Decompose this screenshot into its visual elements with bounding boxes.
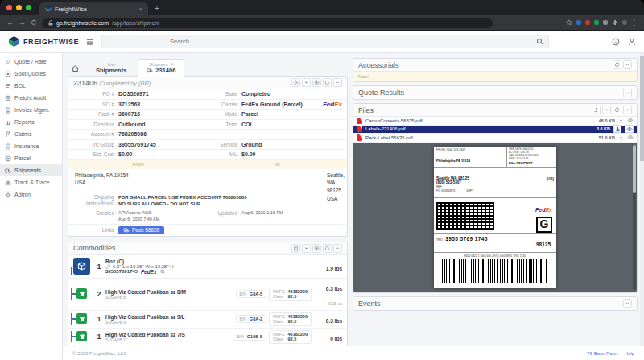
label-ref: REF: (436, 185, 442, 188)
refresh-icon[interactable] (613, 106, 621, 114)
chevron-up-icon[interactable] (333, 78, 342, 87)
minimize-window-button[interactable] (16, 5, 22, 10)
chevron-up-icon[interactable] (623, 106, 632, 114)
page-scrollbar[interactable] (640, 53, 644, 346)
url-bar[interactable]: go.freightwisellc.com/app/tabs/shipment (42, 18, 493, 28)
sidebar-item-quote-rate[interactable]: Quote / Rate (0, 56, 62, 68)
quote-results-card: Quote Results (353, 85, 638, 100)
handling-unit-tracking[interactable]: 395557691745 (105, 269, 138, 274)
file-row[interactable]: CartonContents-56635.pdf 46.0 KB (353, 117, 637, 126)
footer-link-base-rater[interactable]: T6 Base Rater (587, 351, 618, 356)
bn-cell: B/NG8A-5 (236, 290, 267, 298)
sidebar-item-label: BOL (14, 83, 26, 89)
file-size: 51.0 KB (599, 135, 615, 140)
sidebar-item-parcel[interactable]: Parcel (0, 152, 62, 164)
invoice-icon (5, 107, 11, 114)
linked-shipment-button[interactable]: Pack 56635 (118, 226, 164, 234)
refresh-icon[interactable] (323, 244, 332, 253)
sidebar-item-shipments[interactable]: Shipments (0, 164, 62, 176)
tab-shipment-231406[interactable]: Shipment× 231406 (138, 59, 184, 77)
side-panels-column: Accessorials None Quote Results (353, 56, 638, 346)
refresh-icon[interactable] (613, 60, 621, 69)
chevron-down-icon[interactable] (623, 89, 632, 97)
maximize-window-button[interactable] (26, 5, 31, 10)
tab-kicker: Shipment (149, 62, 167, 67)
caret-down-icon[interactable] (302, 244, 311, 253)
bar-chart-icon (5, 119, 11, 126)
settings-gear-icon[interactable] (291, 78, 300, 87)
sidebar-item-freight-audit[interactable]: Freight Audit (0, 92, 62, 104)
extension-icon[interactable] (576, 20, 581, 25)
commodity-sku: SUGAPB 8 (105, 295, 233, 300)
preview-eye-icon[interactable] (627, 118, 634, 123)
sidebar-item-insurance[interactable]: Insurance (0, 140, 62, 152)
browser-tab-title: FreightWise (55, 6, 135, 13)
quote-results-title: Quote Results (358, 89, 404, 97)
tab-shipments-list[interactable]: List Shipments (88, 60, 134, 76)
gear-icon (5, 192, 11, 198)
bookmark-star-icon[interactable] (566, 19, 572, 26)
puzzle-extensions-icon[interactable] (612, 19, 618, 26)
record-dot-icon[interactable] (312, 78, 321, 87)
forward-icon[interactable]: → (19, 19, 26, 27)
field-value: 3600716 (118, 111, 208, 117)
search-icon[interactable] (536, 38, 543, 45)
extension-icon[interactable] (603, 20, 608, 25)
reload-icon[interactable] (31, 19, 37, 26)
commodity-row[interactable]: 1 High Viz Coated Punkban sz 9/LSUGAPB 9… (68, 311, 347, 329)
field-row: CarrierFedEx Ground (Parcel)FedEx (208, 100, 347, 110)
download-icon[interactable] (618, 118, 624, 123)
menu-hamburger-icon[interactable] (86, 39, 94, 45)
file-row-selected[interactable]: Labels-231406.pdf 3.6 KB (353, 126, 637, 134)
back-icon[interactable]: ← (6, 19, 14, 27)
freightwise-logo[interactable]: FREIGHTWISE (8, 35, 79, 48)
browser-tab[interactable]: FreightWise × (39, 2, 148, 15)
sidebar-item-reports[interactable]: Reports (0, 116, 62, 128)
extension-icon[interactable] (585, 20, 590, 25)
record-dot-icon[interactable] (312, 244, 321, 253)
file-row[interactable]: Pack-Label-56635.pdf 51.0 KB (353, 134, 637, 143)
calculator-icon[interactable] (291, 244, 300, 253)
info-icon[interactable] (612, 38, 620, 46)
nmfc-class-cell: NMFCClass 4618220092.5 (269, 330, 312, 344)
handling-unit-row[interactable]: 1 Box (C) 6.5" L x 10.25" W x 13.25" H 3… (68, 255, 347, 279)
download-icon[interactable] (592, 106, 601, 114)
commodity-sku: SUGAPB 7 (105, 337, 230, 342)
chevron-up-icon[interactable] (623, 60, 632, 69)
chevron-down-icon[interactable] (623, 299, 632, 308)
sidebar-item-claims[interactable]: Claims (0, 128, 62, 140)
new-tab-button[interactable]: + (155, 2, 159, 15)
footer-link-help[interactable]: Help (625, 351, 634, 356)
preview-eye-icon[interactable] (627, 134, 634, 140)
search-input[interactable] (107, 38, 536, 45)
tab-close-icon[interactable]: × (138, 6, 142, 13)
caret-down-icon[interactable] (302, 78, 311, 87)
download-icon[interactable] (618, 134, 624, 140)
profile-avatar[interactable] (622, 20, 627, 25)
preview-eye-icon[interactable] (625, 125, 634, 133)
sidebar-item-bol[interactable]: BOL (0, 80, 62, 92)
sidebar-item-invoice-mgmt[interactable]: Invoice Mgmt. (0, 104, 62, 116)
caret-down-icon[interactable] (602, 106, 611, 114)
sidebar-item-track-trace[interactable]: Track & Trace (0, 176, 62, 188)
tab-close-icon[interactable]: × (170, 61, 173, 67)
label-bill-recipient: BILL RECIPIENT (509, 162, 555, 165)
copy-icon[interactable] (160, 269, 165, 274)
extension-icon[interactable] (594, 20, 599, 25)
user-icon[interactable] (628, 38, 636, 46)
download-icon[interactable] (613, 125, 621, 133)
sidebar-item-admin[interactable]: Admin (0, 188, 62, 201)
chevron-up-icon[interactable] (333, 244, 342, 253)
preview-scrollbar[interactable] (633, 145, 636, 290)
commodity-row[interactable]: 1 High Viz Coated Punkban sz 7/SSUGAPB 7… (68, 329, 347, 346)
pdf-preview-pane[interactable]: FROM: (800) 523-5307 Philadelphia PA 191… (353, 143, 637, 292)
global-search[interactable] (101, 35, 549, 48)
sidebar-item-spot-quotes[interactable]: Spot Quotes (0, 68, 62, 80)
home-icon[interactable] (71, 64, 80, 72)
browser-menu-icon[interactable]: ⋮ (631, 19, 638, 27)
sidebar-item-label: Reports (14, 119, 35, 125)
refresh-icon[interactable] (323, 78, 332, 87)
close-window-button[interactable] (6, 5, 12, 10)
field-label: Trk Group (68, 142, 118, 147)
commodity-row[interactable]: 2 High Viz Coated Punkban sz 8/MSUGAPB 8… (68, 279, 347, 311)
